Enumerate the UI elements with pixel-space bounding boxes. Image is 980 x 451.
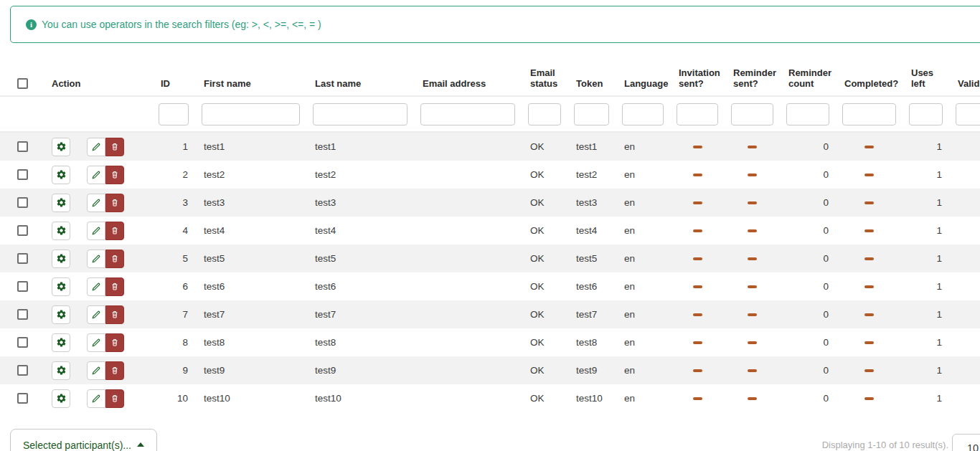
row-checkbox[interactable] xyxy=(17,365,28,376)
gear-icon xyxy=(56,197,67,208)
filter-input-invitation_sent[interactable] xyxy=(677,103,718,125)
filter-input-first_name[interactable] xyxy=(202,103,300,125)
not-sent-dash-icon xyxy=(864,313,874,316)
filter-input-token[interactable] xyxy=(574,103,609,125)
filter-input-reminder_count[interactable] xyxy=(786,103,829,125)
participant-settings-button[interactable] xyxy=(52,361,70,380)
cell-action xyxy=(43,245,152,272)
filter-input-language[interactable] xyxy=(622,103,664,125)
participant-row: 10test10test10OKtest10en01 xyxy=(0,384,980,412)
column-header-completed[interactable]: Completed? xyxy=(836,61,903,95)
filter-input-reminder_sent[interactable] xyxy=(731,103,773,125)
participant-row: 6test6test6OKtest6en01 xyxy=(0,272,980,300)
edit-participant-button[interactable] xyxy=(87,222,105,240)
filter-input-valid[interactable] xyxy=(956,103,980,125)
row-select-cell xyxy=(0,245,43,272)
delete-participant-button[interactable] xyxy=(105,250,124,268)
participant-settings-button[interactable] xyxy=(52,277,70,296)
filter-input-uses_left[interactable] xyxy=(909,103,943,125)
edit-participant-button[interactable] xyxy=(87,250,105,268)
column-header-reminder_count[interactable]: Reminder count xyxy=(780,61,836,95)
cell-id: 4 xyxy=(152,217,195,245)
column-header-reminder_sent[interactable]: Reminder sent? xyxy=(725,61,780,95)
row-checkbox[interactable] xyxy=(17,169,28,180)
delete-participant-button[interactable] xyxy=(105,277,124,296)
column-header-id[interactable]: ID xyxy=(152,61,195,95)
participant-settings-button[interactable] xyxy=(52,194,70,212)
filter-input-email_status[interactable] xyxy=(528,103,561,125)
delete-participant-button[interactable] xyxy=(105,305,124,324)
page-size-select[interactable]: 10 xyxy=(952,434,980,451)
cell-reminder_sent xyxy=(725,161,780,189)
search-operators-info-bar: i You can use operators in the search fi… xyxy=(10,6,980,43)
edit-participant-button[interactable] xyxy=(87,166,105,184)
cell-reminder_sent xyxy=(725,328,780,356)
row-checkbox[interactable] xyxy=(17,141,28,152)
edit-participant-button[interactable] xyxy=(87,389,105,408)
participant-settings-button[interactable] xyxy=(52,389,70,408)
filter-input-email_address[interactable] xyxy=(420,103,515,125)
not-sent-dash-icon xyxy=(864,285,874,288)
gear-icon xyxy=(56,281,67,292)
select-all-checkbox[interactable] xyxy=(17,78,28,89)
column-header-email_status[interactable]: Email status xyxy=(522,61,567,95)
not-sent-dash-icon xyxy=(693,257,702,260)
column-header-language[interactable]: Language xyxy=(616,61,670,95)
edit-participant-button[interactable] xyxy=(87,138,105,156)
cell-language: en xyxy=(616,161,670,189)
participant-settings-button[interactable] xyxy=(52,138,70,156)
edit-participant-button[interactable] xyxy=(87,305,105,324)
participant-settings-button[interactable] xyxy=(52,166,70,184)
delete-participant-button[interactable] xyxy=(105,194,124,212)
trash-icon xyxy=(110,142,119,151)
filter-cell-email_status xyxy=(522,95,567,133)
edit-participant-button[interactable] xyxy=(87,277,105,296)
delete-participant-button[interactable] xyxy=(105,333,124,352)
delete-participant-button[interactable] xyxy=(105,361,124,380)
edit-participant-button[interactable] xyxy=(87,194,105,212)
not-sent-dash-icon xyxy=(748,201,757,204)
cell-token: test6 xyxy=(567,272,616,300)
cell-email_status: OK xyxy=(522,356,567,384)
row-checkbox[interactable] xyxy=(17,393,28,404)
row-checkbox[interactable] xyxy=(17,197,28,208)
row-checkbox[interactable] xyxy=(17,253,28,264)
pencil-icon xyxy=(91,338,101,348)
filter-input-id[interactable] xyxy=(159,103,189,125)
column-header-uses_left[interactable]: Uses left xyxy=(903,61,949,95)
delete-participant-button[interactable] xyxy=(105,166,124,184)
row-checkbox[interactable] xyxy=(17,225,28,236)
participant-row: 5test5test5OKtest5en01 xyxy=(0,245,980,272)
column-header-valid[interactable]: Valid xyxy=(949,61,980,95)
delete-participant-button[interactable] xyxy=(105,389,124,408)
info-circle-icon: i xyxy=(26,19,37,30)
column-header-invitation_sent[interactable]: Invitation sent? xyxy=(670,61,725,95)
cell-reminder_count: 0 xyxy=(780,133,836,161)
row-checkbox[interactable] xyxy=(17,309,28,320)
participant-settings-button[interactable] xyxy=(52,333,70,352)
column-header-last_name[interactable]: Last name xyxy=(306,61,414,95)
row-checkbox[interactable] xyxy=(17,337,28,348)
filter-input-last_name[interactable] xyxy=(313,103,407,125)
participant-settings-button[interactable] xyxy=(52,250,70,268)
cell-uses_left: 1 xyxy=(903,272,949,300)
row-checkbox[interactable] xyxy=(17,281,28,292)
delete-participant-button[interactable] xyxy=(105,138,124,156)
participant-row: 3test3test3OKtest3en01 xyxy=(0,189,980,217)
cell-reminder_sent xyxy=(725,245,780,272)
column-header-email_address[interactable]: Email address xyxy=(414,61,522,95)
edit-participant-button[interactable] xyxy=(87,361,105,380)
participant-settings-button[interactable] xyxy=(52,305,70,324)
cell-last_name: test2 xyxy=(306,161,414,189)
delete-participant-button[interactable] xyxy=(105,222,124,240)
participant-settings-button[interactable] xyxy=(52,222,70,240)
cell-email_address xyxy=(414,217,522,245)
cell-token: test7 xyxy=(567,300,616,328)
edit-participant-button[interactable] xyxy=(87,333,105,352)
selected-participants-dropup-button[interactable]: Selected participant(s)... xyxy=(10,429,157,451)
cell-last_name: test1 xyxy=(306,133,414,161)
not-sent-dash-icon xyxy=(748,229,757,232)
column-header-first_name[interactable]: First name xyxy=(195,61,306,95)
column-header-token[interactable]: Token xyxy=(567,61,616,95)
filter-input-completed[interactable] xyxy=(842,103,896,125)
